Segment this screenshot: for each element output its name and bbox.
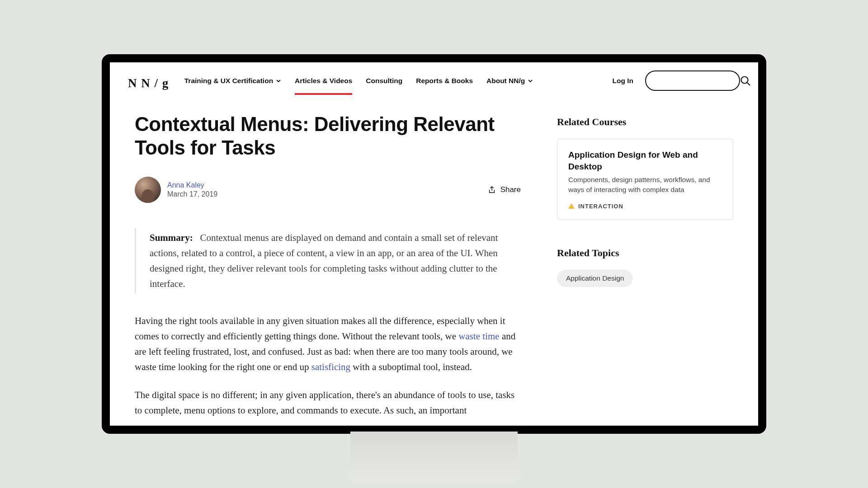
sidebar: Related Courses Application Design for W… [557, 113, 733, 426]
article-paragraph: The digital space is no different; in an… [135, 387, 521, 418]
svg-line-1 [747, 83, 750, 85]
related-courses-heading: Related Courses [557, 116, 733, 128]
summary-label: Summary: [150, 232, 193, 243]
device-frame: N N / g Training & UX Certification Arti… [102, 54, 766, 434]
search-input[interactable] [654, 77, 740, 84]
nav-label: Articles & Videos [295, 77, 352, 85]
chevron-down-icon [528, 78, 533, 84]
body-link-satisficing[interactable]: satisficing [311, 361, 350, 372]
course-tag-label: INTERACTION [578, 203, 623, 210]
author-avatar[interactable] [135, 177, 161, 203]
body-text: with a suboptimal tool, instead. [350, 361, 472, 372]
author-link[interactable]: Anna Kaley [167, 181, 217, 189]
nav-about[interactable]: About NN/g [486, 72, 533, 95]
screen: N N / g Training & UX Certification Arti… [110, 62, 758, 426]
byline: Anna Kaley March 17, 2019 [135, 177, 217, 203]
nav-label: Training & UX Certification [184, 77, 273, 85]
share-button[interactable]: Share [488, 185, 521, 194]
device-stand [350, 432, 518, 481]
summary-text: Contextual menus are displayed on demand… [150, 232, 498, 289]
nav-label: Consulting [366, 77, 402, 85]
site-header: N N / g Training & UX Certification Arti… [110, 62, 758, 96]
nav-reports[interactable]: Reports & Books [416, 72, 473, 95]
body-link-waste-time[interactable]: waste time [458, 331, 499, 342]
header-actions: Log In [613, 70, 741, 96]
article-paragraph: Having the right tools available in any … [135, 313, 521, 375]
publish-date: March 17, 2019 [167, 190, 217, 198]
main-nav: Training & UX Certification Articles & V… [184, 72, 604, 95]
article-title: Contextual Menus: Delivering Relevant To… [135, 113, 521, 160]
svg-point-0 [741, 76, 748, 83]
byline-row: Anna Kaley March 17, 2019 Share [135, 177, 521, 203]
nav-articles[interactable]: Articles & Videos [295, 72, 352, 95]
related-topics-heading: Related Topics [557, 247, 733, 259]
course-title: Application Design for Web and Desktop [568, 149, 722, 172]
page-content: Contextual Menus: Delivering Relevant To… [110, 96, 758, 426]
nav-consulting[interactable]: Consulting [366, 72, 402, 95]
course-subtitle: Components, design patterns, workflows, … [568, 175, 722, 194]
search-field[interactable] [645, 70, 740, 91]
site-logo[interactable]: N N / g [128, 76, 169, 90]
article-summary: Summary: Contextual menus are displayed … [135, 228, 521, 293]
share-label: Share [500, 185, 521, 194]
course-card[interactable]: Application Design for Web and Desktop C… [557, 139, 733, 220]
nav-label: Reports & Books [416, 77, 473, 85]
nav-label: About NN/g [486, 77, 525, 85]
course-category: INTERACTION [568, 203, 722, 210]
chevron-down-icon [276, 78, 281, 84]
article-main: Contextual Menus: Delivering Relevant To… [135, 113, 521, 426]
author-meta: Anna Kaley March 17, 2019 [167, 181, 217, 198]
nav-training[interactable]: Training & UX Certification [184, 72, 281, 95]
summary-text [195, 232, 200, 243]
share-icon [488, 186, 496, 194]
login-link[interactable]: Log In [613, 77, 634, 90]
topic-pill[interactable]: Application Design [557, 270, 633, 287]
body-text: Having the right tools available in any … [135, 315, 505, 342]
triangle-icon [568, 203, 575, 209]
search-icon[interactable] [740, 75, 751, 87]
